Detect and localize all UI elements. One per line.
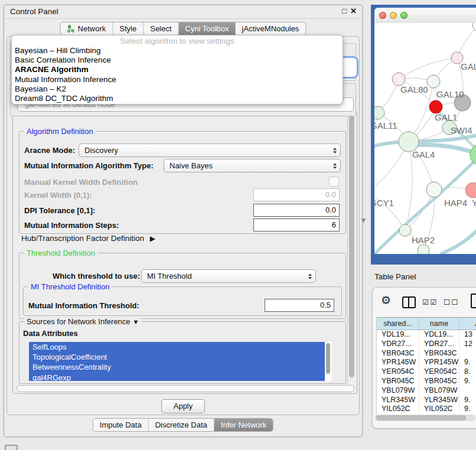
minimize-traffic-light-icon[interactable] bbox=[390, 12, 397, 19]
tab-style[interactable]: Style bbox=[113, 22, 144, 35]
kernel-width-field[interactable]: 0.0 bbox=[253, 188, 340, 201]
data-attributes-list[interactable]: SelfLoopsTopologicalCoefficientBetweenne… bbox=[29, 342, 331, 381]
manual-kernel-width-checkbox[interactable] bbox=[329, 177, 339, 187]
combobox-value: Discovery bbox=[84, 146, 118, 155]
page-icon[interactable] bbox=[471, 294, 476, 308]
tab-impute-data[interactable]: Impute Data bbox=[93, 419, 149, 431]
scrollbar-thumb[interactable] bbox=[376, 415, 466, 420]
close-window-icon[interactable]: ✕ bbox=[350, 6, 357, 15]
table-row[interactable]: YLR345WYLR345W9. bbox=[377, 396, 476, 405]
algorithm-option[interactable]: Dream8 DC_TDC Algorithm bbox=[12, 94, 343, 103]
attribute-list-item[interactable]: BetweennessCentrality bbox=[29, 362, 331, 372]
hub-definition-toggle[interactable]: Hub/Transcription Factor Definition ▶ bbox=[21, 234, 155, 243]
settings-vertical-scrollbar[interactable] bbox=[347, 114, 356, 390]
dpi-tolerance-field[interactable]: 0.0 bbox=[253, 204, 340, 217]
settings-horizontal-scrollbar[interactable] bbox=[17, 385, 354, 392]
split-columns-icon[interactable] bbox=[402, 296, 416, 308]
table-cell: YDL19... bbox=[419, 330, 459, 340]
network-edge[interactable] bbox=[405, 142, 412, 230]
algorithm-option[interactable]: ARACNE Algorithm bbox=[12, 65, 343, 74]
table-row[interactable]: YDR27...YDR27...12 bbox=[377, 340, 476, 349]
attribute-list-item[interactable]: TopologicalCoefficient bbox=[29, 352, 331, 362]
network-node[interactable] bbox=[429, 100, 442, 113]
network-node[interactable] bbox=[427, 75, 440, 88]
tab-jactivemnodules[interactable]: jActiveMNodules bbox=[236, 22, 306, 35]
tab-select[interactable]: Select bbox=[144, 22, 178, 35]
table-row[interactable]: YBR043CYBR043C bbox=[377, 349, 476, 358]
which-threshold-combobox[interactable]: MI Threshold bbox=[141, 269, 316, 283]
apply-button[interactable]: Apply bbox=[161, 399, 205, 413]
table-row[interactable]: YER054CYER054C8. bbox=[377, 367, 476, 377]
table-cell: YER054C bbox=[377, 367, 419, 377]
mi-threshold-label: Mutual Information Threshold: bbox=[28, 301, 139, 310]
scrollbar-thumb[interactable] bbox=[349, 115, 354, 377]
table-row[interactable]: YPR145WYPR145W9. bbox=[377, 358, 476, 367]
mi-steps-field[interactable]: 6 bbox=[253, 219, 340, 231]
gear-icon[interactable]: ⚙ bbox=[381, 294, 391, 307]
network-icon bbox=[67, 25, 75, 32]
control-panel-titlebar: Control Panel □ ✕ bbox=[4, 5, 362, 19]
column-header[interactable]: name bbox=[419, 318, 459, 330]
table-cell: YBR043C bbox=[419, 349, 459, 358]
network-node[interactable] bbox=[418, 244, 429, 254]
select-all-icon[interactable]: ☑☑ bbox=[422, 298, 438, 306]
table-row[interactable]: YBR045CYBR045C9. bbox=[377, 377, 476, 386]
network-node[interactable] bbox=[426, 182, 442, 197]
tab-network[interactable]: Network bbox=[61, 22, 113, 35]
node-label: GAL80 bbox=[400, 84, 428, 94]
tab-infer-network[interactable]: Infer Network bbox=[214, 419, 273, 431]
float-window-icon[interactable]: □ bbox=[342, 6, 347, 15]
attribute-list-item[interactable]: SelfLoops bbox=[29, 342, 331, 352]
table-cell: YER054C bbox=[419, 367, 459, 377]
close-traffic-light-icon[interactable] bbox=[379, 12, 386, 19]
table-panel-title: Table Panel bbox=[374, 272, 416, 281]
attribute-list-item[interactable]: gal4RGexp bbox=[29, 373, 331, 381]
tab-discretize-data[interactable]: Discretize Data bbox=[149, 419, 214, 431]
sources-toggle[interactable]: Sources for Network Inference ▼ bbox=[24, 317, 141, 326]
network-node[interactable] bbox=[465, 182, 476, 198]
network-edge-highlighted[interactable] bbox=[441, 227, 476, 254]
group-title: MI Threshold Definition bbox=[28, 282, 112, 291]
network-node[interactable] bbox=[470, 144, 476, 165]
deselect-all-icon[interactable]: ☐☐ bbox=[444, 298, 459, 306]
control-panel-tabbar: Network Style Select Cyni Toolbox jActiv… bbox=[60, 22, 307, 35]
group-title: Threshold Definition bbox=[24, 249, 97, 257]
algorithm-option[interactable]: Bayesian – K2 bbox=[12, 84, 343, 94]
manual-kernel-width-label: Manual Kernel Width Definition bbox=[24, 178, 138, 187]
network-node[interactable] bbox=[392, 73, 405, 86]
tab-label: Cyni Toolbox bbox=[185, 22, 229, 35]
table-cell: YBL079W bbox=[377, 386, 419, 396]
table-cell: 9. bbox=[459, 377, 476, 386]
network-window-titlebar[interactable] bbox=[374, 8, 476, 24]
table-cell: YPR145W bbox=[419, 358, 459, 367]
zoom-traffic-light-icon[interactable] bbox=[400, 12, 407, 19]
mi-threshold-field[interactable]: 0.5 bbox=[265, 299, 334, 312]
table-horizontal-scrollbar[interactable] bbox=[375, 415, 475, 421]
cyni-algorithm-settings-group: Cyni Algorithm Settings Algorithm Defini… bbox=[12, 112, 357, 394]
network-edge[interactable] bbox=[399, 58, 457, 79]
collapsed-panel-icon[interactable] bbox=[5, 445, 18, 450]
node-label: SWI4 bbox=[451, 125, 472, 135]
dpi-tolerance-label: DPI Tolerance [0,1]: bbox=[24, 206, 95, 215]
list-vertical-scrollbar[interactable] bbox=[325, 342, 331, 381]
algorithm-option[interactable]: Bayesian – Hill Climbing bbox=[12, 46, 343, 56]
table-row[interactable]: YBL079WYBL079W bbox=[377, 386, 476, 396]
network-node[interactable] bbox=[399, 224, 411, 236]
scrollbar-thumb[interactable] bbox=[326, 343, 330, 374]
tab-cyni-toolbox[interactable]: Cyni Toolbox bbox=[178, 22, 235, 35]
table-cell: YLR345W bbox=[419, 396, 459, 405]
network-node[interactable] bbox=[399, 132, 419, 152]
table-row[interactable]: YDL19...YDL19...13 bbox=[377, 330, 476, 340]
mi-algorithm-type-combobox[interactable]: Naive Bayes bbox=[164, 159, 341, 172]
table-cell: YDR27... bbox=[419, 340, 459, 349]
algorithm-option[interactable]: Mutual Information Inference bbox=[12, 75, 343, 84]
column-header[interactable]: shared... bbox=[377, 318, 419, 330]
network-canvas[interactable]: GALGAL80GAL10GAL1GAL11SWI4GAL4GCY1HAP4YH… bbox=[374, 23, 476, 254]
network-node[interactable] bbox=[374, 106, 384, 119]
aracne-mode-combobox[interactable]: Discovery bbox=[79, 144, 341, 157]
algorithm-option[interactable]: Basic Correlation Inference bbox=[12, 56, 343, 65]
mi-threshold-definition-group: MI Threshold Definition Mutual Informati… bbox=[23, 286, 342, 316]
column-header[interactable]: A bbox=[459, 318, 476, 330]
table-row[interactable]: YIL052CYIL052C9. bbox=[377, 405, 476, 414]
sources-title: Sources for Network Inference bbox=[27, 317, 131, 326]
